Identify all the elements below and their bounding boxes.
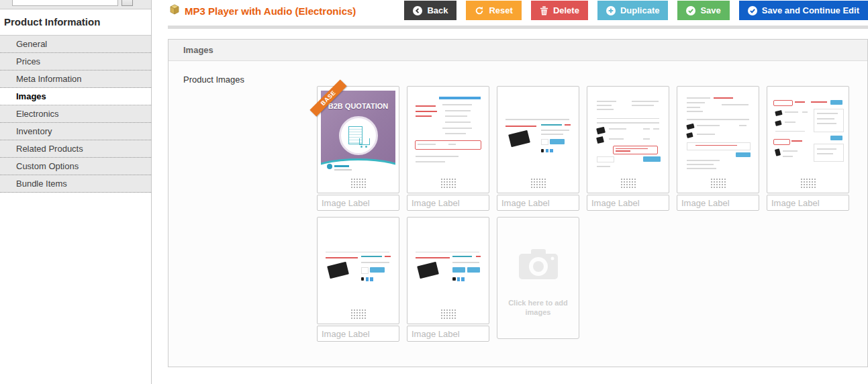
toolbar: Back Reset Delete Duplicate <box>404 1 868 20</box>
thumbnail-cell <box>677 86 759 211</box>
save-and-continue-button-label: Save and Continue Edit <box>762 5 859 15</box>
back-button-label: Back <box>427 5 448 15</box>
image-label-input[interactable] <box>767 195 849 211</box>
thumbnail-image[interactable] <box>317 217 399 324</box>
sidebar-search-button[interactable] <box>122 0 133 6</box>
thumbnail-image[interactable] <box>677 86 759 193</box>
sidebar-search-input[interactable] <box>12 0 118 6</box>
sidebar-item-custom-options[interactable]: Custom Options <box>0 158 151 175</box>
thumbnail-image[interactable] <box>767 86 849 193</box>
add-images-tile[interactable]: Click here to add images <box>497 217 579 339</box>
thumbnail-preview <box>501 91 575 174</box>
sidebar-item-images[interactable]: Images <box>0 88 151 105</box>
drag-handle-icon[interactable] <box>440 309 456 319</box>
thumbnail-cell <box>317 217 399 342</box>
thumbnail-image[interactable] <box>407 217 489 324</box>
thumbnail-cell <box>497 86 579 211</box>
camera-icon <box>518 247 559 283</box>
gallery-row: Click here to add images <box>317 217 849 342</box>
add-images-text: Click here to add images <box>501 298 575 317</box>
drag-handle-icon[interactable] <box>440 178 456 188</box>
image-gallery: BASE B2B QUOTATION <box>317 86 849 348</box>
sidebar-search-strip <box>0 0 151 9</box>
sidebar-item-related-products[interactable]: Related Products <box>0 140 151 158</box>
thumbnail-cell <box>767 86 849 211</box>
check-circle-icon <box>748 6 757 15</box>
image-label-input[interactable] <box>587 195 669 211</box>
thumbnail-preview <box>681 91 755 174</box>
sidebar-item-electronics[interactable]: Electronics <box>0 105 151 123</box>
check-circle-icon <box>686 6 695 15</box>
image-label-input[interactable] <box>677 195 759 211</box>
sidebar-item-meta-information[interactable]: Meta Information <box>0 70 151 88</box>
page-title: MP3 Player with Audio (Electronics) <box>169 4 356 17</box>
delete-button-label: Delete <box>553 5 579 15</box>
thumbnail-cell <box>587 86 669 211</box>
image-label-input[interactable] <box>317 326 399 342</box>
page-title-text: MP3 Player with Audio (Electronics) <box>185 5 356 17</box>
thumbnail-preview-title: B2B QUOTATION <box>321 102 395 110</box>
sidebar-heading: Product Information <box>4 16 100 28</box>
add-images-cell: Click here to add images <box>497 217 579 342</box>
thumbnail-cell: BASE B2B QUOTATION <box>317 86 399 211</box>
product-images-label: Product Images <box>183 75 244 85</box>
back-button[interactable]: Back <box>404 1 456 20</box>
thumbnail-cell <box>407 86 489 211</box>
header-divider <box>168 26 868 29</box>
reset-button-label: Reset <box>489 5 512 15</box>
product-edit-screen: Product Information General Prices Meta … <box>0 0 868 384</box>
plus-circle-icon <box>606 6 616 15</box>
trash-icon <box>540 6 548 15</box>
sidebar-item-inventory[interactable]: Inventory <box>0 123 151 140</box>
thumbnail-preview <box>411 222 485 305</box>
back-icon <box>413 6 422 15</box>
reset-button[interactable]: Reset <box>466 1 521 20</box>
thumbnail-cell <box>407 217 489 342</box>
thumbnail-preview <box>591 91 665 174</box>
sidebar-menu: General Prices Meta Information Images E… <box>0 36 151 193</box>
page-header: MP3 Player with Audio (Electronics) Back… <box>169 0 868 20</box>
images-panel-header: Images <box>168 40 867 61</box>
save-button-label: Save <box>700 5 720 15</box>
thumbnail-preview: B2B QUOTATION <box>321 91 395 174</box>
thumbnail-image[interactable] <box>497 86 579 193</box>
image-label-input[interactable] <box>407 195 489 211</box>
sidebar-item-bundle-items[interactable]: Bundle Items <box>0 175 151 193</box>
sidebar-item-general[interactable]: General <box>0 36 151 53</box>
save-and-continue-button[interactable]: Save and Continue Edit <box>739 1 868 20</box>
image-label-input[interactable] <box>317 195 399 211</box>
drag-handle-icon[interactable] <box>350 309 367 319</box>
thumbnail-preview <box>321 222 395 305</box>
drag-handle-icon[interactable] <box>710 178 726 188</box>
image-label-input[interactable] <box>497 195 579 211</box>
gallery-row: BASE B2B QUOTATION <box>317 86 849 211</box>
reset-icon <box>475 6 484 15</box>
thumbnail-preview <box>411 91 485 174</box>
drag-handle-icon[interactable] <box>800 178 816 188</box>
image-label-input[interactable] <box>407 326 489 342</box>
drag-handle-icon[interactable] <box>530 178 546 188</box>
duplicate-button[interactable]: Duplicate <box>597 1 669 20</box>
thumbnail-image[interactable] <box>407 86 489 193</box>
drag-handle-icon[interactable] <box>350 178 367 188</box>
thumbnail-image[interactable]: BASE B2B QUOTATION <box>317 86 399 193</box>
thumbnail-preview <box>771 91 845 174</box>
package-icon <box>169 4 180 17</box>
images-panel: Images Product Images BASE B2B QUOTATION <box>168 39 868 367</box>
delete-button[interactable]: Delete <box>531 1 588 20</box>
thumbnail-image[interactable] <box>587 86 669 193</box>
sidebar: Product Information General Prices Meta … <box>0 0 152 384</box>
drag-handle-icon[interactable] <box>620 178 636 188</box>
duplicate-button-label: Duplicate <box>620 5 660 15</box>
sidebar-item-prices[interactable]: Prices <box>0 53 151 70</box>
save-button[interactable]: Save <box>677 1 729 20</box>
